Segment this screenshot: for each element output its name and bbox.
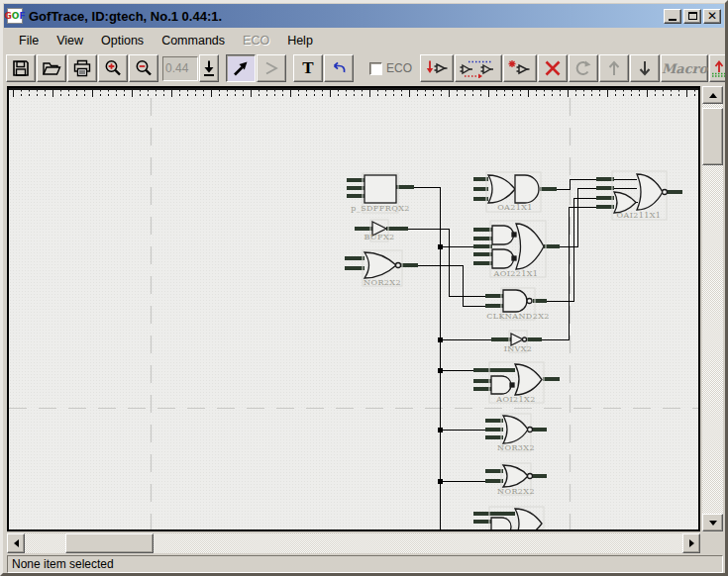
eco-rotate-button[interactable]	[569, 54, 598, 82]
eco-add-gate-button[interactable]	[420, 54, 454, 82]
minimize-icon	[669, 19, 676, 21]
arrow-down-bar-icon	[201, 58, 217, 78]
vertical-scrollbar[interactable]	[702, 86, 723, 531]
arrow-down-icon	[635, 58, 655, 78]
gate-label[interactable]: p_SDFFRQX2	[351, 204, 409, 213]
window-controls: ✕	[664, 9, 721, 24]
scroll-left-button[interactable]	[7, 533, 25, 553]
gate-aoi221x1[interactable]: AOI221X1	[492, 224, 544, 278]
open-button[interactable]	[37, 54, 66, 82]
eco-checkbox[interactable]	[369, 62, 382, 75]
gate-label[interactable]: NOR2X2	[497, 487, 535, 496]
macro-label: Macro	[662, 61, 707, 76]
scale-input[interactable]	[163, 61, 197, 75]
vertical-scroll-thumb[interactable]	[702, 108, 723, 165]
triangle-left-icon	[10, 539, 19, 547]
triangle-up-icon	[709, 89, 717, 98]
gate-label[interactable]: AOI221X1	[493, 269, 539, 278]
pointer-tool-button[interactable]	[226, 54, 256, 82]
gate-label[interactable]: NOR2X2	[364, 278, 401, 287]
goftrace-window: GOF GofTrace, ID:gtech, No.1 0.44:1. ✕ F…	[0, 0, 728, 576]
zoom-in-button[interactable]	[98, 54, 128, 82]
horizontal-scrollbar[interactable]	[7, 533, 700, 553]
gate-label[interactable]: INVX2	[504, 344, 533, 353]
scroll-down-button[interactable]	[702, 514, 723, 531]
title-bar: GOF GofTrace, ID:gtech, No.1 0.44:1. ✕	[4, 4, 724, 28]
menu-eco: ECO	[234, 32, 278, 49]
scroll-up-button[interactable]	[702, 86, 723, 104]
gate-label[interactable]: AOI21X2	[495, 395, 535, 404]
toolbar: T ECO	[4, 51, 724, 85]
eco-new-gate-button[interactable]	[503, 54, 537, 82]
text-tool-icon: T	[302, 58, 313, 78]
menu-bar: File View Options Commands ECO Help	[4, 30, 724, 50]
gate-bufx2[interactable]: BUFX2	[364, 222, 395, 241]
menu-view[interactable]: View	[48, 32, 92, 49]
status-text: None item selected	[12, 557, 114, 571]
maximize-icon	[688, 12, 697, 20]
eco-move-down-button[interactable]	[630, 54, 660, 82]
eco-insert-between-button[interactable]	[455, 54, 502, 82]
page-boundaries	[9, 98, 698, 529]
arrow-up-icon	[604, 58, 624, 78]
text-tool-button[interactable]: T	[293, 54, 323, 82]
gate-invx2[interactable]: INVX2	[504, 334, 533, 353]
menu-options[interactable]: Options	[92, 32, 153, 49]
gate-oai211x1[interactable]: OAI211X1	[614, 174, 668, 220]
close-icon: ✕	[707, 11, 717, 21]
pointer-arrow-icon	[231, 58, 251, 78]
scale-field	[162, 56, 198, 81]
insert-between-gates-icon	[459, 58, 498, 78]
eco-macro-button[interactable]: Macro	[661, 54, 708, 82]
zoom-out-button[interactable]	[129, 54, 158, 82]
gate-label[interactable]: BUFX2	[364, 233, 395, 241]
printer-icon	[72, 58, 92, 78]
gate-nor2x2-a[interactable]: NOR2X2	[364, 252, 401, 287]
menu-help[interactable]: Help	[278, 32, 322, 49]
save-button[interactable]	[6, 54, 36, 82]
eco-move-up-button[interactable]	[599, 54, 629, 82]
status-bar: None item selected	[7, 555, 723, 573]
open-folder-icon	[42, 58, 61, 78]
window-title: GofTrace, ID:gtech, No.1 0.44:1.	[29, 9, 222, 24]
gate-label[interactable]: OA21X1	[497, 203, 533, 212]
gate-label[interactable]: OAI211X1	[617, 211, 662, 220]
insert-gate-down-icon	[425, 58, 449, 78]
gate-label[interactable]: CLKNAND2X2	[486, 312, 549, 321]
minimize-button[interactable]	[664, 9, 681, 24]
scrollbar-corner	[702, 533, 723, 553]
apply-scale-button[interactable]	[199, 54, 219, 82]
gate-oa21x1[interactable]: OA21X1	[488, 175, 539, 212]
triangle-right-icon	[689, 539, 698, 547]
delete-x-icon	[543, 58, 563, 78]
menu-file[interactable]: File	[10, 32, 48, 49]
scroll-right-button[interactable]	[682, 533, 700, 553]
maximize-button[interactable]	[683, 9, 701, 24]
zoom-out-icon	[134, 58, 154, 78]
triangle-down-icon	[709, 521, 717, 529]
schematic-svg: p_SDFFRQX2 BUFX2 NOR2X2 OA21X1	[9, 88, 698, 529]
eco-restore-button[interactable]	[709, 54, 728, 82]
chevron-right-icon	[261, 58, 281, 78]
close-button[interactable]: ✕	[703, 9, 721, 24]
save-icon	[11, 58, 31, 78]
undo-arrow-icon	[329, 58, 349, 78]
print-button[interactable]	[67, 54, 97, 82]
schematic-canvas[interactable]: p_SDFFRQX2 BUFX2 NOR2X2 OA21X1	[7, 86, 700, 531]
menu-commands[interactable]: Commands	[153, 32, 234, 49]
eco-checkbox-label: ECO	[386, 61, 412, 75]
zoom-in-icon	[103, 58, 123, 78]
new-gate-star-icon	[507, 58, 533, 78]
eco-delete-button[interactable]	[538, 54, 568, 82]
rotate-icon	[573, 58, 593, 78]
gate-label[interactable]: NOR3X2	[497, 443, 535, 452]
gof-logo-icon: GOF	[7, 8, 23, 24]
wire-tool-button[interactable]	[257, 54, 286, 82]
horizontal-scroll-thumb[interactable]	[65, 533, 154, 553]
undo-button[interactable]	[324, 54, 354, 82]
restore-up-icon	[710, 58, 728, 78]
canvas-ruler	[9, 88, 698, 97]
